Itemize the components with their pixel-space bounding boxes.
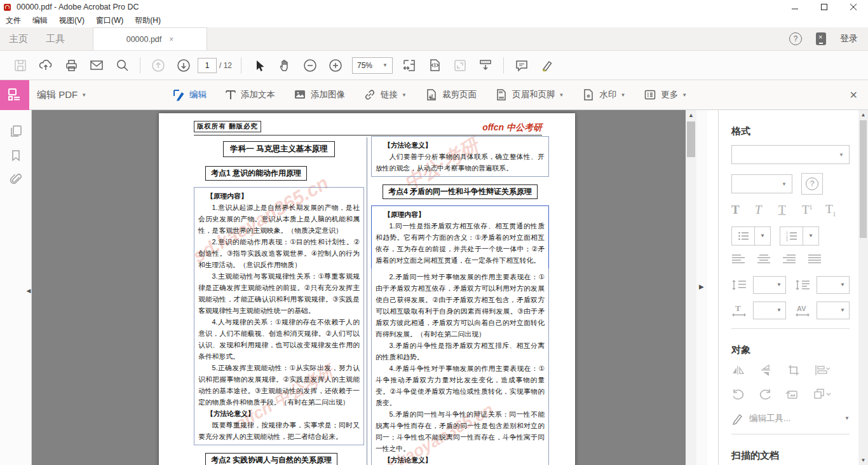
zoom-in-button[interactable] — [323, 54, 348, 77]
align-right-button[interactable] — [782, 253, 796, 267]
fullscreen-button[interactable] — [447, 54, 473, 77]
numbered-list-dropdown[interactable]: 123 ▼ — [780, 226, 819, 246]
font-size-dropdown[interactable]: ▼ — [731, 174, 792, 193]
kaodian-2-title[interactable]: 考点2 实践协调人与自然的关系原理 — [205, 453, 337, 465]
paragraph: 既要尊重规律，按规律办事，实事求是；同时又要充分发挥人的主观能动性，把二者结合起… — [198, 419, 360, 442]
scanned-document-heading: 扫描的文档 — [731, 450, 850, 462]
edit-pdf-tool-icon[interactable] — [0, 80, 29, 110]
print-button[interactable] — [58, 54, 84, 77]
kaodian-1-content[interactable]: 【原理内容】 1.意识从起源上是自然界长期发展的产物，是社会历史发展的产物。意识… — [194, 187, 364, 445]
kaodian-1-title[interactable]: 考点1 意识的能动作用原理 — [205, 166, 307, 181]
underline-button[interactable]: T — [778, 203, 802, 217]
maximize-button[interactable] — [810, 0, 839, 14]
panel-scroll-down-icon[interactable]: ▼ — [858, 455, 868, 465]
panel-scrollbar[interactable]: ▲ ▼ — [858, 110, 868, 465]
align-center-button[interactable] — [757, 253, 771, 267]
menu-edit[interactable]: 编辑 — [27, 14, 53, 27]
fit-page-button[interactable] — [422, 54, 447, 77]
header-footer-button[interactable]: 页眉和页脚▼ — [494, 88, 564, 102]
fit-width-button[interactable] — [397, 54, 422, 77]
panel-scroll-up-icon[interactable]: ▲ — [858, 110, 868, 120]
next-page-button[interactable] — [171, 54, 196, 77]
toolbar-visibility-button[interactable] — [473, 54, 498, 77]
more-button[interactable]: 更多▼ — [643, 88, 687, 102]
close-edit-toolbar-icon[interactable]: ✕ — [850, 89, 858, 101]
add-image-button[interactable]: 添加图像 — [293, 88, 345, 102]
add-text-button[interactable]: 添加文本 — [224, 88, 275, 101]
italic-button[interactable]: T — [755, 203, 778, 217]
page-number-input[interactable] — [198, 58, 217, 73]
watermark-button[interactable]: 水印▼ — [581, 88, 625, 102]
kaodian-3-method-content[interactable]: 【方法论意义】 人们要善于分析事物的具体联系，确立整体性、开放性的观念，从动态中… — [371, 136, 549, 177]
menu-help[interactable]: 帮助(H) — [129, 14, 166, 27]
rotate-clockwise-button[interactable] — [758, 388, 772, 403]
tab-document[interactable]: 00000.pdf × — [93, 27, 207, 50]
tab-home[interactable]: 主页 — [0, 27, 37, 50]
pdf-page[interactable]: 版权所有 翻版必究 offcn 中公考研 sd.kaoyan365.cn 中公·… — [159, 113, 575, 465]
email-button[interactable] — [84, 54, 109, 77]
scroll-up-icon[interactable]: ▲ — [686, 110, 696, 120]
crop-object-button[interactable] — [787, 364, 801, 379]
edit-button[interactable]: 编辑 — [172, 88, 207, 102]
svg-text:T: T — [735, 303, 741, 313]
crop-pages-button[interactable]: 裁剪页面 — [424, 88, 477, 102]
share-upload-button[interactable] — [33, 54, 58, 77]
format-help-button[interactable]: ? — [801, 173, 823, 195]
close-button[interactable] — [839, 0, 868, 14]
align-justify-button[interactable] — [808, 253, 822, 267]
horizontal-scale-dropdown[interactable]: ▼ — [753, 302, 786, 319]
collapse-left-pane-handle[interactable]: ◀ — [25, 283, 32, 298]
flip-vertical-button[interactable] — [759, 364, 775, 379]
menu-file[interactable]: 文件 — [0, 14, 27, 27]
subject-title[interactable]: 学科一 马克思主义基本原理 — [223, 141, 334, 157]
bookmarks-icon[interactable] — [0, 143, 32, 167]
search-icon[interactable] — [109, 54, 135, 77]
scrollbar-thumb[interactable] — [687, 121, 695, 157]
replace-image-button[interactable] — [785, 388, 800, 403]
tab-close-icon[interactable]: × — [169, 35, 173, 44]
zoom-out-button[interactable] — [297, 54, 323, 77]
method-label: 【方法论意义】 — [376, 139, 545, 151]
mobile-device-icon[interactable] — [816, 32, 826, 45]
comment-button[interactable] — [509, 54, 534, 77]
right-panel-handle[interactable]: ▶ — [696, 110, 707, 465]
page-thumbnails-icon[interactable] — [0, 119, 32, 143]
subscript-button[interactable]: T1 — [825, 202, 849, 218]
kaodian-4-selected-block[interactable]: 【原理内容】 1.同一性是指矛盾双方相互依存、相互贯通的性质和趋势。它有两个方面… — [371, 205, 549, 268]
kaodian-4-title[interactable]: 考点4 矛盾的同一性和斗争性辩证关系原理 — [383, 184, 538, 199]
sign-in-button[interactable]: 登录 — [840, 33, 858, 45]
kaodian-4-content[interactable]: 2.矛盾同一性对于事物发展的作用主要表现在：①由于矛盾双方相互依存，矛盾双方可以… — [371, 268, 549, 465]
menu-window[interactable]: 窗口(W) — [90, 14, 129, 27]
paragraph: 4.矛盾斗争性对于事物发展的作用主要表现在：①斗争推动矛盾双方力量对比发生变化，… — [376, 363, 545, 408]
expand-right-icon[interactable]: ▶ — [699, 283, 704, 290]
hand-tool-button[interactable] — [272, 54, 297, 77]
superscript-button[interactable]: T1 — [802, 203, 825, 217]
line-spacing-dropdown[interactable]: ▼ — [753, 276, 786, 294]
rotate-counterclockwise-button[interactable] — [731, 388, 745, 403]
paragraph-spacing-dropdown[interactable]: ▼ — [817, 276, 850, 294]
document-view[interactable]: 版权所有 翻版必究 offcn 中公考研 sd.kaoyan365.cn 中公·… — [32, 110, 707, 465]
edit-pdf-label[interactable]: 编辑 PDF — [37, 89, 78, 101]
link-button[interactable]: 链接▼ — [363, 88, 407, 102]
panel-scrollbar-thumb[interactable] — [860, 120, 867, 238]
help-icon[interactable]: ? — [789, 32, 802, 45]
document-scrollbar[interactable]: ▲ — [686, 110, 696, 465]
edit-tools-button[interactable]: 编辑工具... ▼ — [731, 412, 850, 425]
menu-view[interactable]: 视图(V) — [53, 14, 90, 27]
tab-tools[interactable]: 工具 — [37, 27, 74, 50]
attachments-icon[interactable] — [0, 167, 32, 191]
align-left-button[interactable] — [731, 253, 745, 267]
character-spacing-dropdown[interactable]: ▼ — [817, 302, 850, 319]
select-tool-button[interactable] — [247, 54, 272, 77]
bold-button[interactable]: T — [731, 203, 755, 217]
flip-horizontal-button[interactable] — [731, 364, 747, 379]
highlight-pen-button[interactable] — [534, 54, 560, 77]
minimize-button[interactable] — [780, 0, 810, 14]
zoom-level-dropdown[interactable]: 75% ▼ — [352, 57, 393, 74]
align-objects-dropdown[interactable] — [814, 364, 833, 379]
font-family-dropdown[interactable]: ▼ — [731, 145, 850, 164]
previous-page-button[interactable] — [146, 54, 171, 77]
bullet-list-dropdown[interactable]: ▼ — [731, 226, 771, 246]
arrange-objects-dropdown[interactable] — [813, 388, 832, 403]
save-button[interactable] — [8, 54, 33, 77]
